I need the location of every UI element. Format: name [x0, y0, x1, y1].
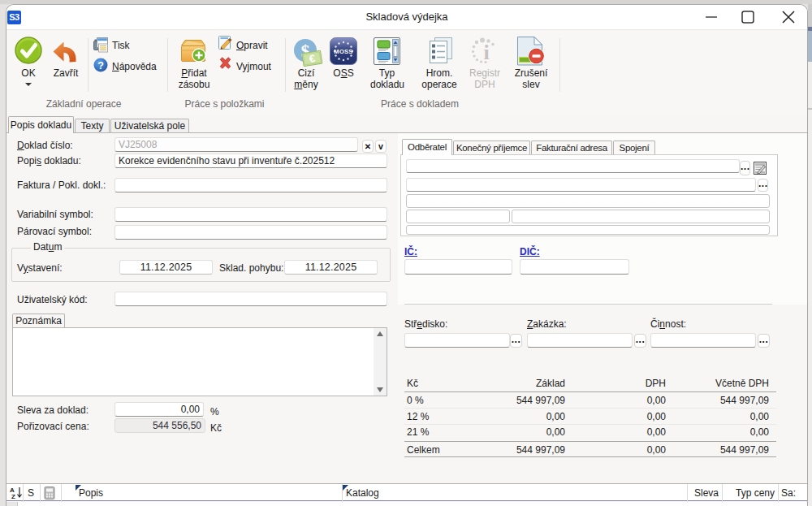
svg-text:i: i	[483, 41, 489, 64]
svg-text:?: ?	[97, 60, 104, 71]
svg-text:Z: Z	[11, 493, 15, 500]
svg-text:MOSS: MOSS	[334, 48, 352, 55]
